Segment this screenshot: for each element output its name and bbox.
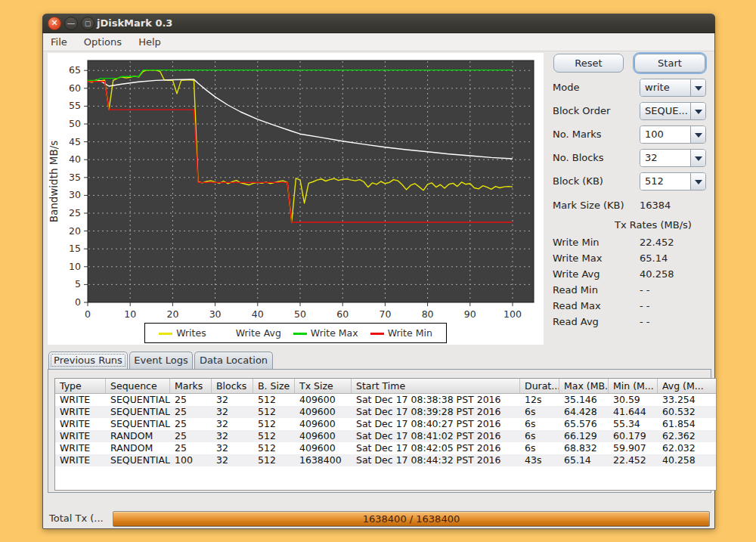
x-tick-label: 40 [252,308,264,320]
block-kb-label: Block (KB) [553,172,636,190]
table-row[interactable]: WRITESEQUENTIAL100325121638400Sat Dec 17… [55,454,716,466]
table-cell: 25 [170,430,212,442]
column-header[interactable]: B. Size [253,379,295,393]
read-avg-label: Read Avg [553,314,599,330]
table-cell: Sat Dec 17 08:39:28 PST 2016 [352,406,520,418]
chevron-down-icon[interactable] [690,150,705,166]
total-tx-label: Total Tx (... [49,510,104,527]
column-header[interactable]: Tx Size [295,379,352,393]
x-tick-label: 20 [166,308,178,320]
table-cell: RANDOM [106,442,170,454]
x-tick-label: 90 [464,308,476,320]
titlebar[interactable]: ✕ — ▢ jDiskMark 0.3 [42,14,715,33]
chevron-down-icon[interactable] [690,173,705,190]
legend-swatch-icon [218,333,232,335]
read-max-label: Read Max [553,299,601,314]
table-cell: 512 [253,430,295,442]
read-avg-value: - - [640,314,650,330]
legend-label: Writes [176,327,206,339]
start-button[interactable]: Start [634,54,705,73]
table-cell: 409600 [295,418,352,430]
y-tick-label: 45 [69,136,81,147]
write-min-label: Write Min [553,235,600,250]
table-row[interactable]: WRITERANDOM2532512409600Sat Dec 17 08:42… [55,442,716,454]
x-tick-label: 100 [503,308,522,320]
tab-data-location[interactable]: Data Location [194,352,273,369]
table-cell: Sat Dec 17 08:42:05 PST 2016 [352,442,520,454]
progress-text: 1638400 / 1638400 [113,512,709,526]
mark-size-label: Mark Size (KB) [553,198,624,213]
x-tick-label: 30 [209,308,222,320]
mark-size-value: 16384 [640,198,671,213]
column-header[interactable]: Marks [170,379,212,393]
table-row[interactable]: WRITESEQUENTIAL2532512409600Sat Dec 17 0… [55,418,716,430]
table-cell: 6s [520,430,559,442]
x-tick-label: 60 [336,308,349,320]
table-cell: 409600 [295,430,352,442]
y-tick-label: 5 [75,278,81,290]
column-header[interactable]: Max (MB... [559,379,609,393]
chevron-down-icon[interactable] [690,126,705,143]
write-avg-label: Write Avg [553,267,600,282]
table-cell: 59.907 [609,442,658,454]
menu-file[interactable]: File [45,33,73,48]
no-blocks-value[interactable]: 32 [640,150,690,166]
table-cell: 32 [212,418,253,430]
column-header[interactable]: Avg (M... [658,379,717,393]
table-cell: 512 [253,454,295,466]
legend-swatch-icon [159,333,172,335]
table-cell: 55.34 [609,418,658,430]
no-blocks-select[interactable]: 32 [640,149,706,167]
table-cell: 65.14 [559,454,609,466]
table-row[interactable]: WRITERANDOM2532512409600Sat Dec 17 08:41… [55,430,716,442]
no-blocks-label: No. Blocks [553,149,636,167]
y-tick-label: 40 [69,153,81,165]
table-row[interactable]: WRITESEQUENTIAL2532512409600Sat Dec 17 0… [55,406,716,418]
read-max-value: - - [640,299,650,314]
block-kb-select[interactable]: 512 [640,172,706,190]
column-header[interactable]: Start Time [352,379,520,393]
table-cell: Sat Dec 17 08:38:38 PST 2016 [352,394,520,406]
table-cell: 25 [170,418,212,430]
desktop-background: ✕ — ▢ jDiskMark 0.3 File Options Help 05… [0,0,756,542]
table-cell: 6s [520,418,559,430]
y-tick-label: 50 [69,118,81,129]
legend-item: Write Avg [218,327,281,339]
y-tick-label: 30 [69,189,81,200]
chevron-down-icon[interactable] [690,79,705,96]
column-header[interactable]: Sequence [106,379,170,393]
block-order-select[interactable]: SEQUE... [640,102,706,120]
tab-event-logs[interactable]: Event Logs [129,352,193,369]
no-marks-value[interactable]: 100 [640,126,690,143]
read-min-value: - - [640,283,650,298]
table-cell: 32 [212,394,253,406]
table-cell: 68.832 [559,442,609,454]
table-cell: 64.428 [559,406,609,418]
table-cell: 66.129 [559,430,609,442]
menu-options[interactable]: Options [79,33,127,48]
y-tick-label: 25 [69,207,81,218]
column-header[interactable]: Min (M... [609,379,658,393]
column-header[interactable]: Durat... [520,379,559,393]
table-cell: 32 [212,442,253,454]
table-cell: WRITE [55,430,106,442]
tab-previous-runs[interactable]: Previous Runs [48,352,128,369]
minimize-icon[interactable]: — [64,17,78,30]
maximize-icon[interactable]: ▢ [81,17,94,30]
close-icon[interactable]: ✕ [48,17,61,30]
table-cell: 25 [170,394,212,406]
legend-label: Write Avg [236,327,281,339]
reset-button[interactable]: Reset [553,54,624,73]
table-cell: 40.258 [658,454,717,466]
y-tick-label: 65 [69,64,81,76]
table-row[interactable]: WRITESEQUENTIAL2532512409600Sat Dec 17 0… [55,394,716,406]
chevron-down-icon[interactable] [690,103,705,119]
no-marks-select[interactable]: 100 [640,125,706,144]
block-kb-value[interactable]: 512 [640,173,690,190]
table-cell: 6s [520,442,559,454]
column-header[interactable]: Blocks [212,379,253,393]
mode-select[interactable]: write [640,79,706,97]
block-order-value: SEQUE... [640,103,690,119]
menu-help[interactable]: Help [133,33,166,48]
column-header[interactable]: Type [55,379,106,393]
